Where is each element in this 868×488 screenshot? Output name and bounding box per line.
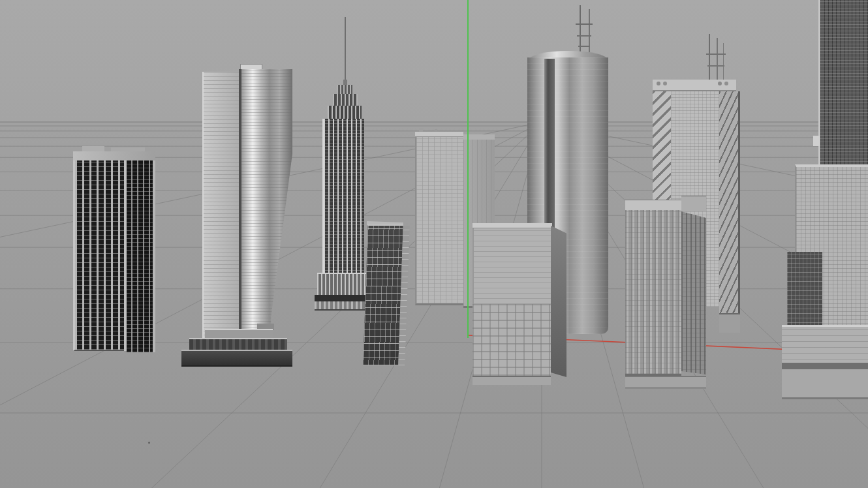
building-small-dark-building-part: [363, 224, 403, 365]
building-twin-slab-tower[interactable]: [73, 146, 155, 351]
building-spire-tower-part: [328, 106, 362, 120]
building-chevron-tower-part: [717, 38, 718, 81]
viewport-3d[interactable]: [0, 0, 868, 488]
building-chamfered-tower-podium-part: [189, 338, 287, 351]
building-chamfered-tower-podium-part: [202, 72, 239, 351]
building-front-office-block-part: [473, 223, 552, 228]
building-spire-tower-part: [345, 17, 346, 86]
building-edge-tower-cluster-part: [782, 325, 868, 365]
building-striped-tower-part: [681, 196, 706, 211]
building-edge-tower-cluster[interactable]: [782, 0, 868, 410]
building-chevron-tower-part: [709, 34, 710, 81]
building-chamfered-tower-podium-part: [239, 69, 241, 351]
building-striped-tower-part: [625, 376, 706, 389]
building-chevron-tower-part: [719, 313, 740, 333]
building-edge-tower-cluster-part: [813, 136, 820, 146]
building-small-dark-building[interactable]: [362, 219, 409, 369]
ground-speck: [148, 442, 150, 444]
building-front-office-block[interactable]: [473, 223, 566, 388]
building-mid-rise-tower-part: [415, 132, 463, 137]
building-cylindrical-tower-part: [576, 23, 593, 25]
building-chevron-tower-part: [723, 43, 724, 81]
building-chevron-tower-part: [706, 53, 726, 55]
building-cylindrical-tower-part: [589, 9, 590, 55]
building-cylindrical-tower-part: [577, 35, 591, 37]
building-edge-tower-cluster-part: [782, 363, 868, 369]
building-spire-tower-part: [322, 119, 364, 274]
building-striped-tower-part: [625, 210, 681, 376]
building-striped-tower-part: [625, 200, 681, 210]
building-front-office-block-part: [551, 226, 566, 377]
building-cylindrical-tower-part: [580, 5, 581, 55]
building-chevron-tower-part: [719, 91, 740, 313]
building-chevron-tower-part: [657, 82, 660, 85]
building-front-office-block-part: [473, 228, 551, 304]
building-models-layer: [0, 0, 868, 488]
building-spire-tower-part: [333, 94, 358, 107]
building-chevron-tower-part: [663, 82, 667, 85]
building-chevron-tower-part: [724, 82, 728, 85]
building-twin-slab-tower-part: [125, 160, 155, 352]
building-edge-tower-cluster-part: [782, 369, 868, 399]
building-front-office-block-part: [473, 376, 551, 385]
building-cylindrical-tower-part: [578, 46, 590, 47]
building-front-office-block-part: [473, 304, 551, 376]
building-chevron-tower-part: [718, 82, 722, 85]
building-striped-tower[interactable]: [624, 196, 707, 391]
building-chamfered-tower-podium-part: [181, 350, 292, 367]
building-chevron-tower-part: [707, 65, 724, 67]
building-twin-slab-tower-part: [124, 160, 127, 351]
building-striped-tower-part: [681, 211, 706, 374]
y-axis-line: [467, 0, 469, 338]
building-mid-rise-tower-part: [415, 137, 463, 305]
building-twin-slab-tower-part: [73, 160, 125, 351]
building-chamfered-tower-podium[interactable]: [181, 64, 292, 367]
building-edge-tower-cluster-part: [787, 252, 822, 328]
building-chamfered-tower-podium-part: [241, 69, 292, 351]
